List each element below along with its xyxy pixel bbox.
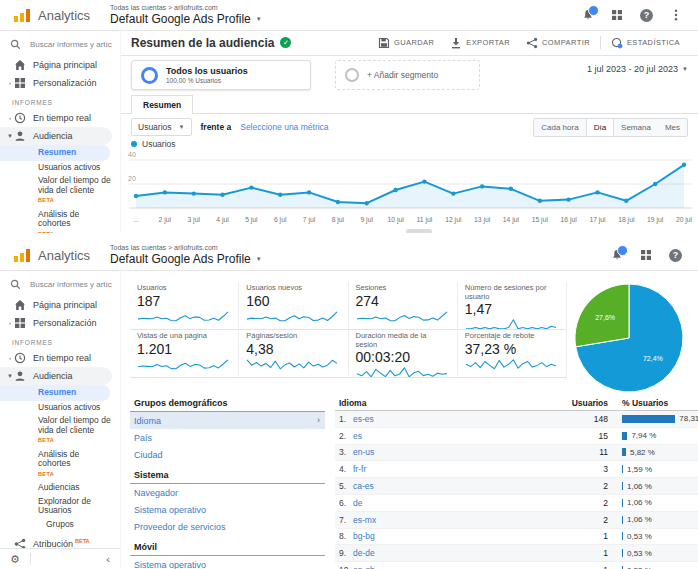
sidebar-item-valor-del-tiempo-de-vida-del-cliente[interactable]: Valor del tiempo de vida del clienteBETA: [0, 414, 120, 448]
select-metric-link[interactable]: Seleccione una métrica: [240, 122, 328, 132]
language-link[interactable]: en-us: [353, 447, 503, 457]
metric-dropdown[interactable]: Usuarios▼: [131, 118, 192, 136]
granularity-día[interactable]: Día: [586, 119, 614, 136]
sidebar-item-audiencia[interactable]: ▼Audiencia: [0, 127, 112, 145]
demo-item-sistema-operativo[interactable]: Sistema operativo: [130, 501, 325, 518]
sidebar-item-grupos[interactable]: Grupos: [0, 518, 120, 532]
metric-card-duración-media-de-la-sesión[interactable]: Duración media de la sesión00:03:20: [349, 330, 458, 378]
demo-item-país[interactable]: País: [130, 429, 325, 446]
svg-text:6 jul: 6 jul: [274, 216, 287, 224]
sparkline-chart: [465, 358, 557, 370]
share-button[interactable]: COMPARTIR: [518, 37, 598, 49]
granularity-semana[interactable]: Semana: [614, 119, 658, 136]
language-link[interactable]: es: [353, 431, 503, 441]
language-link[interactable]: es-es: [353, 414, 503, 424]
account-switcher[interactable]: Todas las cuentas > arilofruits.com Defa…: [110, 244, 262, 266]
metric-card-usuarios-nuevos[interactable]: Usuarios nuevos160: [239, 282, 348, 330]
account-switcher[interactable]: Todas las cuentas > arilofruits.com Defa…: [110, 4, 262, 26]
help-icon: ?: [669, 249, 682, 262]
language-link[interactable]: ca-es: [353, 481, 503, 491]
sidebar-item-personalización[interactable]: ›Personalización: [0, 74, 120, 92]
language-link[interactable]: es-mx: [353, 515, 503, 525]
metric-card-número-de-sesiones-por-usuario[interactable]: Número de sesiones por usuario1,47: [458, 282, 567, 330]
tab-resumen[interactable]: Resumen: [131, 95, 193, 114]
svg-text:27,6%: 27,6%: [595, 314, 615, 321]
sidebar-item-en-tiempo-real[interactable]: ›En tiempo real: [0, 349, 120, 367]
metric-label: Número de sesiones por usuario: [465, 284, 559, 301]
sidebar-item-personalización[interactable]: ›Personalización: [0, 314, 120, 332]
demo-item-ciudad[interactable]: Ciudad: [130, 446, 325, 463]
users-pie-chart: 72,4%27,6%: [571, 280, 687, 396]
chevron-expanded-icon: ▼: [6, 373, 14, 379]
demo-item-proveedor-de-servicios[interactable]: Proveedor de servicios: [130, 518, 325, 535]
demo-item-sistema-operativo[interactable]: Sistema operativo: [130, 556, 325, 569]
sidebar-item-página-principal[interactable]: Página principal: [0, 296, 120, 314]
percent-bar: [622, 532, 623, 540]
help-button[interactable]: ?: [640, 9, 653, 22]
sidebar-item-label: Resumen: [38, 148, 104, 158]
sidebar-item-análisis-de-cohortes[interactable]: Análisis de cohortesBETA: [0, 208, 120, 234]
page-title: Resumen de la audiencia: [131, 36, 274, 50]
notifications-button[interactable]: [582, 9, 594, 21]
add-segment-label: + Añadir segmento: [367, 70, 438, 80]
sidebar-item-label: Audiencias: [38, 483, 114, 493]
users-count: 1: [503, 548, 608, 558]
sidebar-item-resumen[interactable]: Resumen: [0, 145, 110, 161]
sidebar-search-input[interactable]: [28, 39, 114, 50]
apps-grid-button[interactable]: [640, 249, 652, 261]
metric-card-páginas-sesión[interactable]: Páginas/sesión4,38: [239, 330, 348, 378]
chart-range-slider[interactable]: [406, 229, 432, 233]
audience-detail-panel: Analytics Todas las cuentas > arilofruit…: [0, 240, 698, 569]
table-row: 5.ca-es21,06 %: [335, 478, 698, 495]
metric-card-porcentaje-de-rebote[interactable]: Porcentaje de rebote37,23 %: [458, 330, 567, 378]
export-button[interactable]: EXPORTAR: [442, 37, 518, 49]
sidebar-item-label: Usuarios activos: [38, 403, 114, 413]
sidebar-item-explorador-de-usuarios[interactable]: Explorador de Usuarios: [0, 495, 120, 518]
metric-card-vistas-de-una-página[interactable]: Vistas de una página1.201: [130, 330, 239, 378]
granularity-cada-hora[interactable]: Cada hora: [534, 119, 585, 136]
demo-item-navegador[interactable]: Navegador: [130, 484, 325, 501]
table-header-row: IdiomaUsuarios% Usuarios: [335, 395, 698, 411]
sidebar-item-label: Página principal: [33, 60, 97, 70]
language-link[interactable]: en-gb: [353, 565, 503, 569]
sidebar-item-página-principal[interactable]: Página principal: [0, 56, 120, 74]
save-button[interactable]: GUARDAR: [370, 37, 442, 49]
sidebar-item-usuarios-activos[interactable]: Usuarios activos: [0, 161, 120, 175]
add-segment-ring-icon: [345, 68, 359, 82]
sidebar-item-en-tiempo-real[interactable]: ›En tiempo real: [0, 109, 120, 127]
collapse-sidebar-button[interactable]: ‹: [106, 553, 110, 565]
segment-detail: 100,00 % Usuarios: [166, 77, 248, 84]
notifications-button[interactable]: [611, 249, 623, 261]
add-segment-button[interactable]: + Añadir segmento: [335, 60, 480, 90]
sidebar-item-resumen[interactable]: Resumen: [0, 385, 110, 401]
granularity-mes[interactable]: Mes: [658, 119, 687, 136]
table-row: 9.de-de10,53 %: [335, 545, 698, 562]
metric-card-sesiones[interactable]: Sesiones274: [349, 282, 458, 330]
language-link[interactable]: bg-bg: [353, 531, 503, 541]
sidebar-item-audiencia[interactable]: ▼Audiencia: [0, 367, 112, 385]
sidebar-item-audiencias[interactable]: Audiencias: [0, 481, 120, 495]
column-header-idioma[interactable]: Idioma: [335, 398, 503, 408]
sidebar-item-análisis-de-cohortes[interactable]: Análisis de cohortesBETA: [0, 448, 120, 482]
beta-badge: BETA: [38, 230, 114, 234]
gear-icon[interactable]: ⚙: [10, 553, 20, 566]
metric-value: 00:03:20: [356, 350, 450, 365]
language-link[interactable]: de: [353, 498, 503, 508]
help-button[interactable]: ?: [669, 249, 682, 262]
overflow-menu-button[interactable]: [670, 9, 682, 21]
date-range-picker[interactable]: 1 jul 2023 - 20 jul 2023▼: [587, 64, 688, 74]
breadcrumb: Todas las cuentas > arilofruits.com: [110, 244, 262, 251]
demo-item-idioma[interactable]: Idioma›: [130, 412, 325, 429]
metric-card-usuarios[interactable]: Usuarios187: [130, 282, 239, 330]
language-link[interactable]: fr-fr: [353, 464, 503, 474]
sidebar-item-valor-del-tiempo-de-vida-del-cliente[interactable]: Valor del tiempo de vida del clienteBETA: [0, 174, 120, 208]
home-icon: [14, 59, 26, 71]
sidebar-item-usuarios-activos[interactable]: Usuarios activos: [0, 401, 120, 415]
language-link[interactable]: de-de: [353, 548, 503, 558]
column-header-pct-usuarios[interactable]: % Usuarios: [622, 398, 698, 408]
segment-all-users[interactable]: Todos los usuarios 100,00 % Usuarios: [131, 60, 311, 90]
column-header-usuarios[interactable]: Usuarios: [503, 398, 608, 408]
insights-button[interactable]: ESTADÍSTICA: [603, 37, 688, 49]
apps-grid-button[interactable]: [611, 9, 623, 21]
sidebar-search-input[interactable]: [28, 279, 114, 290]
